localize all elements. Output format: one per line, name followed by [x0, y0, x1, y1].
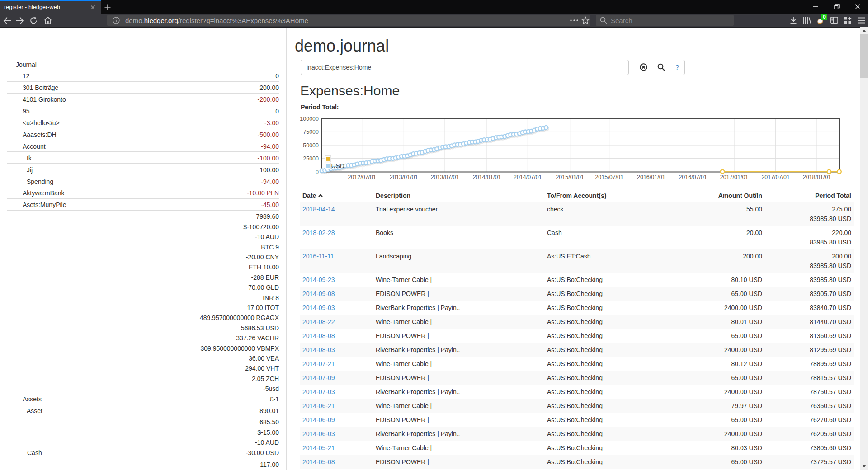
svg-text:2014/07/01: 2014/07/01: [514, 174, 542, 180]
svg-text:2016/07/01: 2016/07/01: [679, 174, 707, 180]
svg-text:25000: 25000: [303, 155, 319, 162]
svg-text:2012/07/01: 2012/07/01: [348, 174, 376, 180]
svg-text:2014/01/01: 2014/01/01: [473, 174, 501, 180]
svg-text:2015/01/01: 2015/01/01: [556, 174, 584, 180]
svg-text:2013/07/01: 2013/07/01: [431, 174, 459, 180]
svg-text:100000: 100000: [300, 116, 319, 122]
svg-text:2016/01/01: 2016/01/01: [637, 174, 665, 180]
svg-text:0: 0: [316, 169, 319, 175]
svg-text:2015/07/01: 2015/07/01: [595, 174, 623, 180]
svg-text:2017/07/01: 2017/07/01: [761, 174, 790, 180]
svg-text:2018/01/01: 2018/01/01: [803, 174, 831, 180]
svg-text:2017/01/01: 2017/01/01: [720, 174, 749, 180]
svg-text:50000: 50000: [303, 142, 319, 149]
svg-text:2013/01/01: 2013/01/01: [390, 174, 418, 180]
svg-text:USD: USD: [331, 162, 345, 169]
svg-text:75000: 75000: [303, 129, 319, 135]
